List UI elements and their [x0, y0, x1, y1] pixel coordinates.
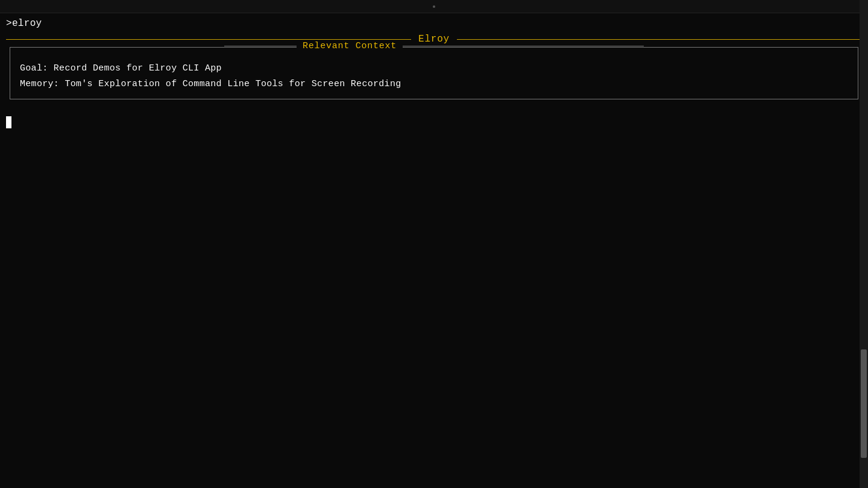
terminal-container: >elroy Elroy Relevant Context Goal: Reco… — [0, 0, 868, 488]
scrollbar[interactable] — [860, 0, 868, 488]
title-bar — [0, 0, 868, 13]
context-content: Goal: Record Demos for Elroy CLI App Mem… — [20, 56, 848, 92]
elroy-header-line-left — [6, 39, 411, 40]
context-box-wrapper: Relevant Context Goal: Record Demos for … — [6, 47, 862, 99]
context-box: Relevant Context Goal: Record Demos for … — [10, 47, 858, 99]
title-bar-dot — [433, 5, 435, 8]
cursor — [6, 116, 11, 128]
context-label-line-right — [403, 46, 644, 46]
context-label-line-left — [224, 46, 297, 46]
goal-line: Goal: Record Demos for Elroy CLI App — [20, 61, 848, 77]
memory-line: Memory: Tom's Exploration of Command Lin… — [20, 77, 848, 92]
elroy-header-line-right — [457, 39, 862, 40]
scrollbar-thumb[interactable] — [861, 349, 867, 458]
relevant-context-label: Relevant Context — [297, 41, 403, 51]
command-prompt: >elroy — [6, 18, 862, 29]
terminal-content: >elroy Elroy Relevant Context Goal: Reco… — [0, 13, 868, 133]
context-label-row: Relevant Context — [10, 41, 858, 51]
